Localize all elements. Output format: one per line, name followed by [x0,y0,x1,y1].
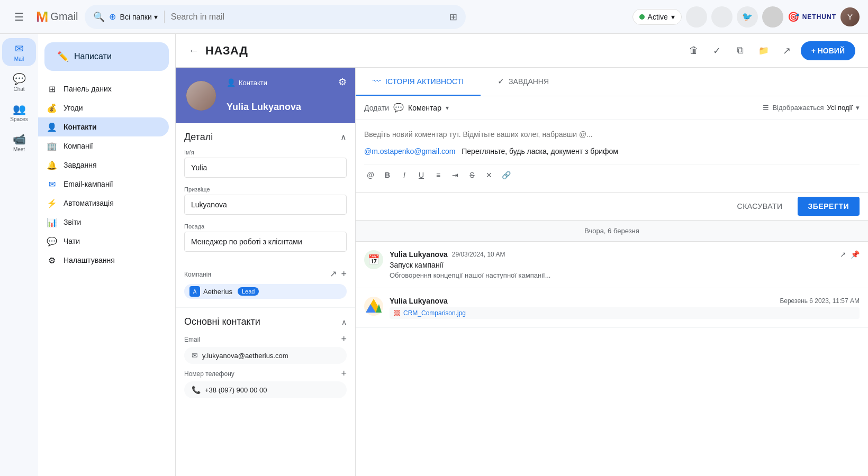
activity-tab-icon: 〰 [373,77,381,86]
fmt-bold-icon[interactable]: B [381,169,394,181]
fmt-link-icon[interactable]: 🔗 [500,169,512,181]
activity-avatar-calendar: 📅 [364,250,383,269]
share-button[interactable]: ↗ [777,41,797,60]
activity-date-1: 29/03/2024, 10 AM [452,251,505,258]
nav-item-tasks[interactable]: 🔔 Завдання [38,155,169,175]
fmt-at-icon[interactable]: @ [364,169,377,181]
filter-button[interactable]: ☰ Відображається Усі події ▾ [763,104,860,112]
folder-button[interactable]: 📁 [754,41,773,60]
tab-activity-label: ІСТОРІЯ АКТИВНОСТІ [385,77,464,86]
email-value: y.lukyanova@aetherius.com [202,352,288,360]
fmt-list-icon[interactable]: ≡ [432,169,445,181]
avatar[interactable]: Y [840,7,860,26]
details-toggle-icon[interactable]: ∧ [340,132,347,142]
company-external-link-icon[interactable]: ↗ [330,269,337,280]
nav-label-dashboard: Панель даних [64,85,112,93]
nav-label-reports: Звіти [64,218,81,226]
main-area: ← НАЗАД 🗑 ✓ ⧉ 📁 ↗ + НОВИЙ [176,34,868,476]
nav-item-dashboard[interactable]: ⊞ Панель даних [38,79,169,98]
nav-label-chats: Чати [64,237,80,245]
nav-item-settings[interactable]: ⚙ Налаштування [38,251,169,270]
company-chip[interactable]: A Aetherius Lead [184,284,347,299]
check-button[interactable]: ✓ [708,41,727,60]
nav-label-email-campaigns: Email-кампанії [64,180,113,188]
cancel-button[interactable]: СКАСУВАТИ [729,198,791,215]
icon-button-3[interactable] [762,6,783,28]
copy-button[interactable]: ⧉ [731,41,750,60]
icon-button-2[interactable] [711,6,733,28]
topbar: ☰ M Gmail 🔍 ⊕ Всі папки ▾ ⊞ Active ▾ 🐦 🎯… [0,0,868,34]
file-chip[interactable]: 🖼 CRM_Comparison.jpg [390,307,860,319]
status-chevron-icon: ▾ [671,13,675,21]
field-firstname: Ім'я [184,149,347,178]
lastname-input[interactable] [184,195,347,215]
delete-button[interactable]: 🗑 [684,41,703,60]
nav-label-companies: Компанії [64,142,93,150]
save-button[interactable]: ЗБЕРЕГТИ [798,197,860,216]
nav-item-chats[interactable]: 💬 Чати [38,232,169,251]
folders-chevron-icon: ▾ [154,13,158,21]
company-label: Компанія [184,271,211,278]
phone-add-icon[interactable]: + [341,368,347,379]
comment-btn-label: Коментар [408,104,441,112]
nav-item-email-campaigns[interactable]: ✉ Email-кампанії [38,175,169,194]
company-add-icon[interactable]: + [341,269,347,280]
automation-icon: ⚡ [47,198,57,208]
sidebar-item-chat[interactable]: 💬 Chat [2,68,36,96]
search-filter-icon: ⊕ [109,12,116,22]
filter-icon: ☰ [763,104,769,112]
contact-avatar [186,81,216,111]
company-actions: ↗ + [330,269,347,280]
share-icon-btn[interactable]: 🐦 [737,6,758,28]
nav-item-reports[interactable]: 📊 Звіти [38,213,169,232]
spaces-icon: 👥 [13,103,26,115]
sidebar-item-spaces[interactable]: 👥 Spaces [2,98,36,126]
dashboard-icon: ⊞ [47,84,57,94]
activity-external-link-icon[interactable]: ↗ [840,250,846,259]
fmt-italic-icon[interactable]: I [398,169,411,181]
filter-value: Усі події [827,104,853,112]
fmt-underline-icon[interactable]: U [415,169,428,181]
new-button-label: + НОВИЙ [811,47,845,55]
tab-activity[interactable]: 〰 ІСТОРІЯ АКТИВНОСТІ [356,68,481,96]
contacts-toggle-icon[interactable]: ∧ [341,318,347,326]
nav-item-companies[interactable]: 🏢 Компанії [38,136,169,155]
position-input[interactable] [184,232,347,252]
activity-actions-1: ↗ 📌 [840,250,860,259]
add-comment-button[interactable]: Додати 💬 Коментар ▾ [364,103,449,113]
status-badge[interactable]: Active ▾ [632,9,682,25]
email-add-icon[interactable]: + [341,334,347,345]
sidebar-item-meet[interactable]: 📹 Meet [2,129,36,157]
company-chip-name: Aetherius [203,288,232,296]
fmt-clear-icon[interactable]: ✕ [483,169,495,181]
nav-label-contacts: Контакти [64,123,97,131]
search-divider [164,11,165,23]
comment-input[interactable] [364,126,860,143]
search-input[interactable] [171,12,445,22]
sidebar-item-mail[interactable]: ✉ Mail [2,38,36,66]
nav-label-settings: Налаштування [64,256,115,264]
back-arrow-icon[interactable]: ← [188,44,199,57]
all-folders-dropdown[interactable]: Всі папки ▾ [120,13,158,21]
fmt-indent-icon[interactable]: ⇥ [449,169,462,181]
sidebar-item-label-meet: Meet [13,147,25,152]
fmt-strikethrough-icon[interactable]: S [466,169,478,181]
nav-item-deals[interactable]: 💰 Угоди [38,98,169,117]
tune-icon[interactable]: ⊞ [449,11,457,23]
email-field-label: Email [184,336,200,343]
firstname-input[interactable] [184,158,347,178]
gear-icon[interactable]: ⚙ [338,76,347,88]
nav-item-automation[interactable]: ⚡ Автоматизація [38,194,169,213]
tab-tasks[interactable]: ✓ ЗАВДАННЯ [481,68,566,96]
icon-button-1[interactable] [686,6,707,28]
compose-button[interactable]: ✏️ Написати [44,42,169,71]
activity-pin-icon[interactable]: 📌 [851,250,860,259]
activity-panel: 〰 ІСТОРІЯ АКТИВНОСТІ ✓ ЗАВДАННЯ Додати 💬… [356,68,868,476]
hamburger-button[interactable]: ☰ [8,6,30,28]
sidebar-item-label-mail: Mail [14,56,24,62]
nav-item-contacts[interactable]: 👤 Контакти [38,117,169,136]
tabs: 〰 ІСТОРІЯ АКТИВНОСТІ ✓ ЗАВДАННЯ [356,68,868,96]
back-left: ← НАЗАД [188,44,248,58]
new-button[interactable]: + НОВИЙ [801,41,855,60]
mail-icon: ✉ [15,42,24,55]
